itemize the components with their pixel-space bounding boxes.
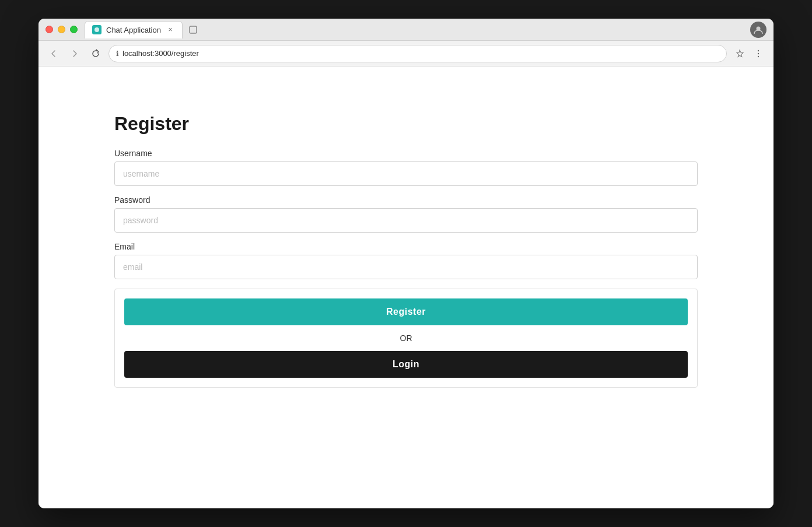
profile-icon[interactable] xyxy=(750,22,766,38)
address-text: localhost:3000/register xyxy=(123,49,199,58)
svg-point-0 xyxy=(94,27,99,32)
close-button[interactable] xyxy=(46,26,53,33)
address-bar[interactable]: ℹ localhost:3000/register xyxy=(108,45,727,62)
back-button[interactable] xyxy=(46,45,62,62)
username-input[interactable] xyxy=(114,161,698,186)
username-group: Username xyxy=(114,149,698,186)
tab-favicon xyxy=(92,25,102,34)
or-divider: OR xyxy=(124,333,688,343)
svg-point-5 xyxy=(758,55,759,57)
maximize-button[interactable] xyxy=(70,26,78,33)
active-tab[interactable]: Chat Application × xyxy=(85,21,183,38)
password-label: Password xyxy=(114,195,698,205)
tab-close-button[interactable]: × xyxy=(166,25,175,34)
browser-menu-icon[interactable] xyxy=(750,45,766,62)
nav-bar: ℹ localhost:3000/register xyxy=(38,41,774,66)
svg-rect-1 xyxy=(190,26,197,33)
username-label: Username xyxy=(114,149,698,158)
svg-point-4 xyxy=(758,52,759,54)
minimize-button[interactable] xyxy=(58,26,65,33)
register-button[interactable]: Register xyxy=(124,298,688,325)
login-button[interactable]: Login xyxy=(124,351,688,378)
password-group: Password xyxy=(114,195,698,233)
email-input[interactable] xyxy=(114,255,698,279)
new-tab-button[interactable] xyxy=(185,22,201,38)
address-security-icon: ℹ xyxy=(116,50,119,58)
page-content: Register Username Password Email Registe… xyxy=(38,66,774,508)
svg-point-3 xyxy=(758,50,759,51)
button-group: Register OR Login xyxy=(114,289,698,388)
title-bar: Chat Application × xyxy=(38,19,774,41)
email-group: Email xyxy=(114,242,698,279)
password-input[interactable] xyxy=(114,208,698,233)
page-title: Register xyxy=(114,113,698,135)
tab-title: Chat Application xyxy=(106,26,161,34)
traffic-lights xyxy=(46,26,78,33)
refresh-button[interactable] xyxy=(88,45,104,62)
tab-bar: Chat Application × xyxy=(85,21,750,38)
nav-actions xyxy=(732,45,766,62)
forward-button[interactable] xyxy=(66,45,83,62)
bookmark-icon[interactable] xyxy=(732,45,748,62)
email-label: Email xyxy=(114,242,698,251)
browser-window: Chat Application × xyxy=(38,19,774,508)
